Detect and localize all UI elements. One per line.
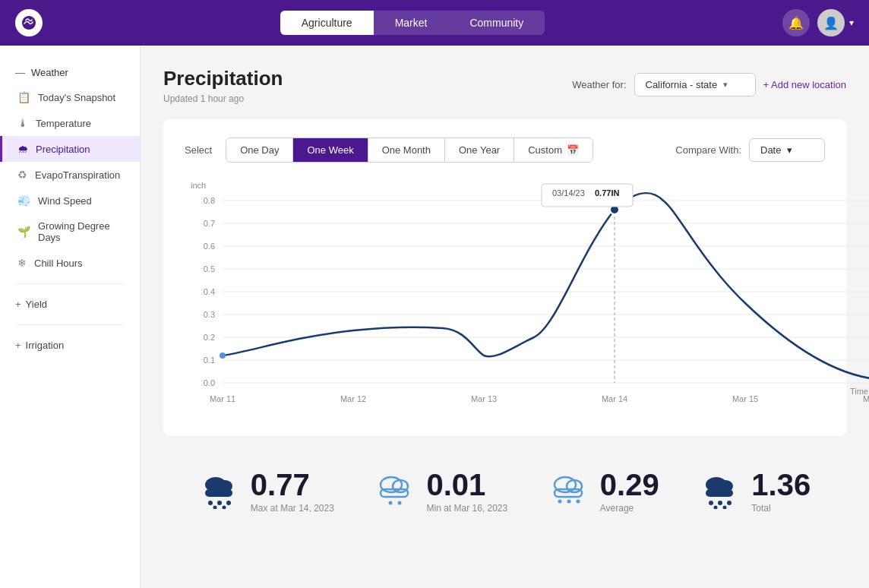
svg-point-27 [220, 352, 226, 359]
rain-icon: 🌧 [17, 143, 28, 155]
stat-total-label: Total [751, 503, 811, 514]
heavy-rain-icon-total [700, 474, 741, 509]
sidebar-item-temperature[interactable]: 🌡 Temperature [0, 110, 140, 136]
chart-container: .grid-line { stroke: #e8e8e8; stroke-wid… [185, 178, 825, 424]
sidebar-divider-1 [15, 283, 125, 284]
chart-card: Select One Day One Week One Month One Ye… [163, 119, 846, 436]
svg-text:0.5: 0.5 [204, 264, 215, 273]
sidebar-divider-2 [15, 324, 125, 325]
sidebar-item-todays-snapshot[interactable]: 📋 Today's Snapshot [0, 84, 140, 110]
svg-point-55 [727, 501, 732, 505]
page-title: Precipitation [163, 67, 283, 90]
y-axis-label: inch [191, 181, 206, 190]
svg-text:0.8: 0.8 [204, 196, 215, 205]
stat-avg-value: 0.29 [600, 469, 659, 500]
sidebar-item-precipitation[interactable]: 🌧 Precipitation [0, 136, 140, 162]
sidebar-item-wind-speed[interactable]: 💨 Wind Speed [0, 188, 140, 213]
precipitation-chart: .grid-line { stroke: #e8e8e8; stroke-wid… [185, 178, 869, 421]
main-nav-tabs: Agriculture Market Community [280, 11, 545, 35]
weather-for-label: Weather for: [572, 79, 626, 90]
svg-point-48 [567, 500, 570, 504]
svg-point-36 [226, 501, 231, 505]
period-one-day[interactable]: One Day [226, 138, 293, 162]
app-logo[interactable] [15, 9, 43, 36]
svg-point-54 [718, 501, 722, 505]
wind-icon: 💨 [17, 194, 30, 207]
stat-min-label: Min at Mar 16, 2023 [426, 503, 507, 514]
sidebar-item-chill-hours[interactable]: ❄ Chill Hours [0, 250, 140, 276]
svg-text:0.0: 0.0 [204, 378, 215, 387]
cycle-icon: ♻ [17, 169, 27, 181]
tab-agriculture[interactable]: Agriculture [280, 11, 374, 35]
svg-text:0.6: 0.6 [204, 242, 215, 251]
sidebar-irrigation-section[interactable]: + Irrigation [0, 333, 140, 358]
stat-total-value: 1.36 [751, 469, 811, 500]
page-updated: Updated 1 hour ago [163, 93, 283, 104]
app-layout: — Weather 📋 Today's Snapshot 🌡 Temperatu… [0, 46, 869, 588]
svg-text:0.7: 0.7 [204, 219, 215, 228]
svg-text:Mar 13: Mar 13 [471, 394, 497, 403]
period-custom[interactable]: Custom 📅 [514, 138, 592, 162]
stats-row: 0.77 Max at Mar 14, 2023 0.01 Min at Mar… [163, 454, 846, 521]
svg-text:03/14/23: 03/14/23 [552, 188, 585, 198]
svg-text:0.1: 0.1 [204, 356, 215, 365]
sidebar-item-growing-degree-days[interactable]: 🌱 Growing Degree Days [0, 213, 140, 250]
location-select[interactable]: California - state ▾ [634, 73, 756, 96]
compare-row: Compare With: Date ▾ [675, 138, 825, 162]
svg-text:0.3: 0.3 [204, 310, 215, 319]
main-content: Precipitation Updated 1 hour ago Weather… [141, 46, 869, 588]
svg-point-53 [709, 501, 713, 505]
stat-max-label: Max at Mar 14, 2023 [251, 503, 334, 514]
svg-point-37 [213, 506, 216, 510]
svg-text:0.2: 0.2 [204, 333, 215, 342]
period-one-week[interactable]: One Week [293, 138, 368, 162]
add-location-link[interactable]: + Add new location [763, 79, 847, 90]
svg-rect-33 [205, 489, 232, 497]
period-one-year[interactable]: One Year [445, 138, 514, 162]
select-row: Select One Day One Week One Month One Ye… [185, 138, 825, 163]
svg-point-49 [576, 500, 580, 504]
tab-market[interactable]: Market [374, 11, 449, 35]
light-rain-icon-min [374, 474, 416, 509]
sidebar-item-evapotranspiration[interactable]: ♻ EvapoTranspiration [0, 162, 140, 188]
svg-text:Mar 12: Mar 12 [340, 394, 366, 403]
compare-label: Compare With: [675, 144, 741, 156]
svg-point-43 [398, 501, 402, 505]
svg-text:Mar 15: Mar 15 [732, 394, 758, 403]
calendar-icon: 📅 [567, 144, 579, 156]
top-navigation: Agriculture Market Community 🔔 👤 ▾ [0, 0, 869, 46]
period-tabs: One Day One Week One Month One Year Cust… [226, 138, 593, 163]
stat-avg-label: Average [600, 503, 659, 514]
svg-point-34 [208, 501, 213, 505]
plant-icon: 🌱 [17, 226, 30, 238]
svg-rect-52 [706, 489, 733, 497]
avatar[interactable]: 👤 [817, 9, 845, 36]
weather-for-row: Weather for: California - state ▾ + Add … [572, 73, 846, 96]
svg-text:0.4: 0.4 [204, 287, 215, 296]
sidebar: — Weather 📋 Today's Snapshot 🌡 Temperatu… [0, 46, 141, 588]
page-header: Precipitation Updated 1 hour ago Weather… [163, 67, 846, 104]
svg-point-35 [217, 501, 222, 505]
svg-text:Time: Time [850, 387, 868, 396]
location-chevron-icon: ▾ [723, 80, 728, 90]
stat-total: 1.36 Total [700, 469, 811, 514]
period-one-month[interactable]: One Month [368, 138, 445, 162]
stat-min-value: 0.01 [426, 469, 507, 500]
svg-point-56 [714, 506, 718, 510]
stat-max-value: 0.77 [251, 469, 334, 500]
sidebar-weather-section[interactable]: — Weather [0, 61, 140, 84]
calendar-icon: 📋 [17, 91, 30, 103]
sidebar-yield-section[interactable]: + Yield [0, 292, 140, 317]
stat-avg: 0.29 Average [548, 469, 659, 514]
stat-min: 0.01 Min at Mar 16, 2023 [374, 469, 507, 514]
stat-max: 0.77 Max at Mar 14, 2023 [199, 469, 334, 514]
user-menu-chevron[interactable]: ▾ [849, 17, 854, 28]
cloud-icon-avg [548, 474, 589, 509]
tab-community[interactable]: Community [448, 11, 545, 35]
compare-select[interactable]: Date ▾ [749, 138, 825, 162]
compare-chevron-icon: ▾ [787, 144, 792, 156]
notifications-button[interactable]: 🔔 [782, 9, 810, 36]
svg-text:Mar 14: Mar 14 [602, 394, 627, 403]
svg-point-47 [558, 500, 561, 504]
svg-point-38 [222, 506, 226, 510]
